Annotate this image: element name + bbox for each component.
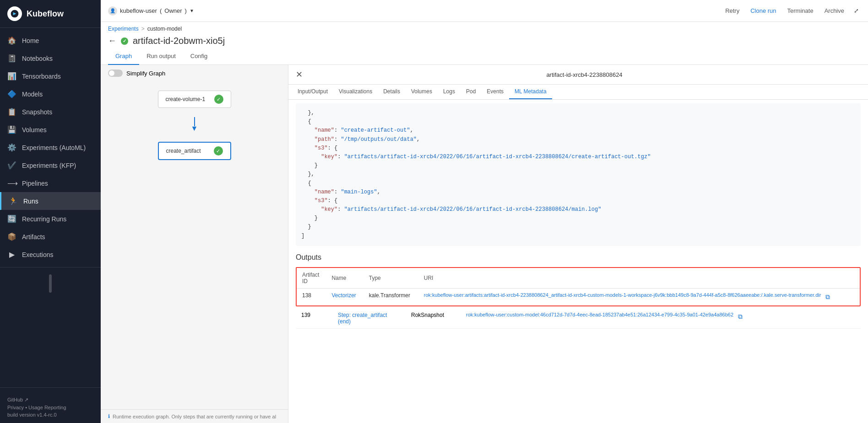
main-tabs: Graph Run output Config: [101, 48, 868, 65]
outputs-title: Outputs: [296, 253, 861, 262]
tab-graph[interactable]: Graph: [108, 48, 139, 65]
detail-content: }, { "name": "create-artifact-out", "pat…: [288, 100, 868, 423]
sidebar-item-executions[interactable]: ▶ Executions: [0, 246, 101, 263]
detail-tab-ml-metadata[interactable]: ML Metadata: [509, 85, 552, 99]
graph-node-create-volume[interactable]: create-volume-1 ✓: [158, 91, 231, 108]
github-link[interactable]: GitHub: [7, 397, 23, 402]
artifacts-icon: 📦: [7, 232, 16, 241]
graph-footer: ℹ Runtime execution graph. Only steps th…: [101, 409, 288, 423]
sidebar-label-tensorboards: Tensorboards: [22, 73, 61, 80]
sidebar-label-recurring-runs: Recurring Runs: [22, 215, 66, 223]
back-button[interactable]: ←: [108, 36, 116, 46]
copy-uri-139[interactable]: ⧉: [735, 312, 745, 321]
detail-tab-details[interactable]: Details: [378, 85, 406, 99]
simplify-label: Simplify Graph: [126, 70, 165, 77]
sidebar-footer: GitHub ↗ Privacy • Usage Reporting build…: [0, 391, 101, 423]
breadcrumb: Experiments > custom-model: [108, 26, 861, 32]
sidebar-item-models[interactable]: 🔷 Models: [0, 85, 101, 103]
artifact-type-138: kale.Transformer: [363, 288, 418, 305]
col-type: Type: [363, 268, 418, 289]
col-artifact-id: ArtifactID: [297, 268, 326, 289]
outputs-highlighted-table: ArtifactID Name Type URI 138 Vectorizer: [296, 267, 861, 306]
user-info[interactable]: 👤 kubeflow-user ( Owner ) ▼: [108, 6, 194, 16]
simplify-row: Simplify Graph: [101, 65, 288, 81]
sidebar-label-snapshots: Snapshots: [22, 108, 52, 116]
user-icon: 👤: [108, 6, 117, 16]
detail-tab-logs[interactable]: Logs: [438, 85, 461, 99]
graph-canvas: create-volume-1 ✓ ▼ create_artifact ✓: [101, 81, 288, 409]
runs-icon: 🏃: [9, 197, 18, 205]
content-area: Simplify Graph create-volume-1 ✓ ▼ creat…: [101, 65, 868, 423]
artifact-name-step[interactable]: Step: create_artifact(end): [338, 312, 387, 325]
retry-button[interactable]: Retry: [722, 5, 743, 16]
sidebar-label-experiments-automl: Experiments (AutoML): [22, 144, 86, 151]
outputs-inner-table: ArtifactID Name Type URI 138 Vectorizer: [297, 268, 860, 305]
graph-node-create-artifact[interactable]: create_artifact ✓: [158, 142, 231, 160]
tab-config[interactable]: Config: [183, 48, 215, 65]
arrow-head: ▼: [191, 124, 198, 133]
detail-tab-pod[interactable]: Pod: [461, 85, 481, 99]
sidebar-item-runs[interactable]: 🏃 Runs: [0, 192, 101, 210]
sidebar-label-volumes: Volumes: [22, 126, 47, 134]
graph-panel: Simplify Graph create-volume-1 ✓ ▼ creat…: [101, 65, 288, 423]
sidebar-nav: 🏠 Home 📓 Notebooks 📊 Tensorboards 🔷 Mode…: [0, 28, 101, 384]
table-header-row: ArtifactID Name Type URI: [297, 268, 860, 289]
notebooks-icon: 📓: [7, 54, 16, 63]
scroll-indicator: [49, 274, 52, 293]
user-role-value: Owner: [164, 7, 182, 14]
artifact-name-vectorizer[interactable]: Vectorizer: [331, 292, 356, 299]
sidebar-item-home[interactable]: 🏠 Home: [0, 32, 101, 49]
detail-tab-volumes[interactable]: Volumes: [406, 85, 438, 99]
info-icon: ℹ: [108, 413, 110, 419]
page-header: Experiments > custom-model ← artifact-id…: [101, 22, 868, 48]
footer-separator: •: [25, 405, 28, 410]
detail-header: ✕ artifact-id-xrcb4-2238808624: [288, 65, 868, 85]
experiments-kfp-icon: ✔️: [7, 161, 16, 170]
sidebar-item-pipelines[interactable]: ⟶ Pipelines: [0, 174, 101, 192]
expand-icon[interactable]: ⤢: [852, 6, 861, 16]
pipelines-icon: ⟶: [7, 179, 16, 187]
col-name: Name: [326, 268, 363, 289]
sidebar-item-tensorboards[interactable]: 📊 Tensorboards: [0, 67, 101, 85]
volumes-icon: 💾: [7, 125, 16, 134]
snapshots-icon: 📋: [7, 107, 16, 116]
main-content: 👤 kubeflow-user ( Owner ) ▼ Retry Clone …: [101, 0, 868, 423]
detail-tab-visualizations[interactable]: Visualizations: [333, 85, 378, 99]
footer-icon: ↗: [24, 397, 28, 402]
sidebar-item-snapshots[interactable]: 📋 Snapshots: [0, 103, 101, 121]
table-row: 138 Vectorizer kale.Transformer rok:kube…: [297, 288, 860, 305]
close-button[interactable]: ✕: [296, 70, 303, 80]
terminate-button[interactable]: Terminate: [784, 5, 817, 16]
tab-run-output[interactable]: Run output: [139, 48, 183, 65]
recurring-runs-icon: 🔄: [7, 214, 16, 223]
detail-tab-events[interactable]: Events: [481, 85, 509, 99]
archive-button[interactable]: Archive: [821, 5, 848, 16]
sidebar-item-notebooks[interactable]: 📓 Notebooks: [0, 49, 101, 67]
breadcrumb-experiments[interactable]: Experiments: [108, 26, 139, 32]
artifact-uri-139: rok:kubeflow-user:custom-model:46cd712d-…: [466, 312, 733, 317]
simplify-toggle[interactable]: [108, 70, 123, 77]
sidebar-label-experiments-kfp: Experiments (KFP): [22, 162, 76, 169]
privacy-link[interactable]: Privacy: [7, 405, 24, 410]
dropdown-arrow-icon[interactable]: ▼: [190, 8, 194, 13]
clone-run-button[interactable]: Clone run: [747, 5, 780, 16]
usage-link[interactable]: Usage Reporting: [28, 405, 66, 410]
app-logo[interactable]: Kubeflow: [0, 0, 101, 28]
breadcrumb-separator: >: [141, 26, 145, 32]
sidebar-item-experiments-kfp[interactable]: ✔️ Experiments (KFP): [0, 156, 101, 174]
page-title: artifact-id-2obwm-xio5j: [133, 36, 225, 46]
copy-uri-138[interactable]: ⧉: [823, 292, 833, 302]
tensorboards-icon: 📊: [7, 72, 16, 80]
sidebar-item-recurring-runs[interactable]: 🔄 Recurring Runs: [0, 210, 101, 228]
user-name: kubeflow-user: [120, 7, 157, 14]
outputs-section: Outputs ArtifactID Name Type URI: [296, 253, 861, 329]
logo-icon: [7, 6, 22, 21]
all-outputs-table: 139 Step: create_artifact(end) RokSnapsh…: [296, 308, 861, 329]
sidebar-item-experiments-automl[interactable]: ⚙️ Experiments (AutoML): [0, 139, 101, 156]
col-uri: URI: [418, 268, 860, 289]
detail-tab-inputoutput[interactable]: Input/Output: [292, 85, 333, 99]
sidebar-item-artifacts[interactable]: 📦 Artifacts: [0, 228, 101, 246]
detail-panel: ✕ artifact-id-xrcb4-2238808624 Input/Out…: [288, 65, 868, 423]
sidebar-divider: [0, 387, 101, 388]
sidebar-item-volumes[interactable]: 💾 Volumes: [0, 121, 101, 139]
